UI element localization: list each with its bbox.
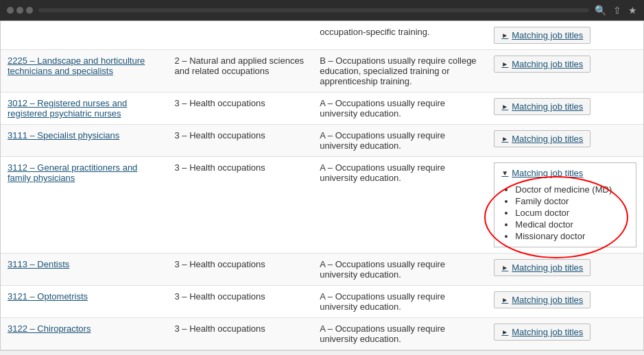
matching-job-titles-button[interactable]: ► Matching job titles — [494, 323, 591, 341]
dot-1 — [7, 7, 14, 14]
action-cell: ► Matching job titles — [487, 50, 643, 93]
broad-category-cell: 3 – Health occupations — [168, 318, 313, 350]
job-title-link[interactable]: 3113 – Dentists — [8, 259, 69, 269]
table-row: 3012 – Registered nurses and registered … — [1, 93, 643, 125]
table-row: 3112 – General practitioners and family … — [1, 157, 643, 254]
education-cell: A – Occupations usually require universi… — [313, 318, 487, 350]
job-title-item: Doctor of medicine (MD) — [515, 184, 629, 195]
action-cell-expanded: ▼ Matching job titles Doctor of medicine… — [487, 157, 643, 254]
browser-icons: 🔍 ⇧ ★ — [595, 5, 637, 16]
matching-job-titles-button[interactable]: ► Matching job titles — [494, 27, 591, 44]
job-title-cell: 2225 – Landscape and horticulture techni… — [1, 50, 168, 93]
table-row: 3113 – Dentists 3 – Health occupations A… — [1, 254, 643, 286]
broad-category-cell: 3 – Health occupations — [168, 125, 313, 157]
matching-job-titles-button[interactable]: ► Matching job titles — [494, 98, 591, 115]
broad-category-cell — [168, 21, 313, 50]
action-cell: ► Matching job titles — [487, 318, 643, 350]
broad-category-cell: 3 – Health occupations — [168, 93, 313, 125]
job-title-cell: 3113 – Dentists — [1, 254, 168, 286]
browser-chrome: 🔍 ⇧ ★ — [0, 0, 644, 21]
broad-category-cell: 3 – Health occupations — [168, 157, 313, 254]
education-cell: A – Occupations usually require universi… — [313, 254, 487, 286]
table-row: occupation-specific training. ► Matching… — [1, 21, 643, 50]
matching-job-titles-button[interactable]: ► Matching job titles — [494, 291, 591, 308]
job-title-cell: 3012 – Registered nurses and registered … — [1, 93, 168, 125]
action-cell: ► Matching job titles — [487, 254, 643, 286]
table-row: 3122 – Chiropractors 3 – Health occupati… — [1, 318, 643, 350]
matching-expanded-header[interactable]: ▼ Matching job titles — [501, 168, 583, 178]
job-title-link[interactable]: 3112 – General practitioners and family … — [8, 162, 137, 183]
url-bar[interactable] — [38, 8, 589, 12]
action-cell: ► Matching job titles — [487, 93, 643, 125]
window-controls — [7, 7, 33, 14]
job-title-link[interactable]: 3111 – Specialist physicians — [8, 130, 119, 140]
job-title-cell: 3111 – Specialist physicians — [1, 125, 168, 157]
job-title-link[interactable]: 2225 – Landscape and horticulture techni… — [8, 56, 145, 76]
results-table: occupation-specific training. ► Matching… — [1, 21, 643, 350]
bookmark-icon[interactable]: ★ — [628, 5, 637, 16]
arrow-icon: ► — [501, 103, 508, 110]
job-title-item: Missionary doctor — [515, 231, 629, 241]
job-title-item: Locum doctor — [515, 208, 629, 218]
job-title-link[interactable]: 3121 – Optometrists — [8, 291, 88, 302]
matching-btn-label: Matching job titles — [512, 295, 583, 305]
action-cell: ► Matching job titles — [487, 21, 643, 50]
education-cell: A – Occupations usually require universi… — [313, 157, 487, 254]
job-title-link[interactable]: 3122 – Chiropractors — [8, 323, 91, 334]
matching-job-titles-button[interactable]: ► Matching job titles — [494, 259, 591, 276]
job-title-item: Family doctor — [515, 196, 629, 206]
education-cell: B – Occupations usually require college … — [313, 50, 487, 93]
share-icon[interactable]: ⇧ — [613, 5, 621, 16]
education-cell: occupation-specific training. — [313, 21, 487, 50]
job-title-cell: 3122 – Chiropractors — [1, 318, 168, 350]
job-title-cell: 3121 – Optometrists — [1, 286, 168, 318]
broad-category-cell: 3 – Health occupations — [168, 286, 313, 318]
education-cell: A – Occupations usually require universi… — [313, 125, 487, 157]
dot-3 — [26, 7, 33, 14]
arrow-icon: ► — [501, 60, 508, 68]
arrow-icon: ► — [501, 296, 508, 304]
table-row: 3121 – Optometrists 3 – Health occupatio… — [1, 286, 643, 318]
action-cell: ► Matching job titles — [487, 125, 643, 157]
job-title-link[interactable]: 3012 – Registered nurses and registered … — [8, 98, 127, 119]
job-title-cell — [1, 21, 168, 50]
table-row: 2225 – Landscape and horticulture techni… — [1, 50, 643, 93]
education-cell: A – Occupations usually require universi… — [313, 93, 487, 125]
matching-expanded-panel: ▼ Matching job titles Doctor of medicine… — [494, 162, 636, 247]
matching-expanded-label: Matching job titles — [512, 168, 583, 178]
matching-btn-label: Matching job titles — [512, 30, 583, 40]
job-title-item: Medical doctor — [515, 219, 629, 230]
job-title-cell: 3112 – General practitioners and family … — [1, 157, 168, 254]
action-cell: ► Matching job titles — [487, 286, 643, 318]
arrow-icon: ► — [501, 32, 508, 39]
matching-btn-label: Matching job titles — [512, 327, 583, 337]
education-cell: A – Occupations usually require universi… — [313, 286, 487, 318]
arrow-down-icon: ▼ — [501, 169, 508, 177]
page-content: occupation-specific training. ► Matching… — [0, 21, 644, 351]
job-titles-list: Doctor of medicine (MD)Family doctorLocu… — [501, 184, 629, 241]
matching-btn-label: Matching job titles — [512, 134, 583, 144]
broad-category-cell: 3 – Health occupations — [168, 254, 313, 286]
table-row: 3111 – Specialist physicians 3 – Health … — [1, 125, 643, 157]
matching-btn-label: Matching job titles — [512, 101, 583, 112]
dot-2 — [16, 7, 23, 14]
search-icon[interactable]: 🔍 — [595, 5, 606, 16]
matching-btn-label: Matching job titles — [512, 262, 583, 273]
arrow-icon: ► — [501, 328, 508, 336]
broad-category-cell: 2 – Natural and applied sciences and rel… — [168, 50, 313, 93]
arrow-icon: ► — [501, 264, 508, 271]
matching-btn-label: Matching job titles — [512, 59, 583, 69]
matching-job-titles-button[interactable]: ► Matching job titles — [494, 130, 591, 147]
matching-job-titles-button[interactable]: ► Matching job titles — [494, 56, 591, 73]
arrow-icon: ► — [501, 135, 508, 143]
